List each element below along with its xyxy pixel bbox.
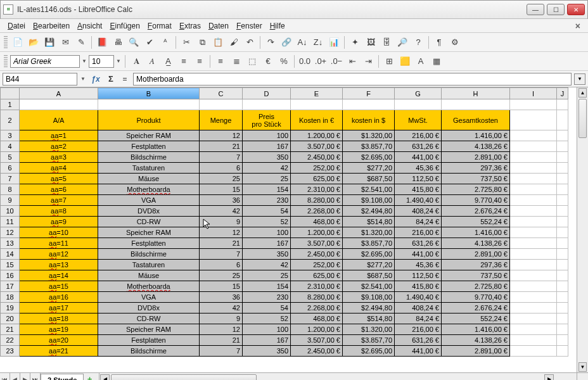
- cell[interactable]: 1.200,00 €: [291, 324, 343, 335]
- print-preview-icon[interactable]: 🔍: [126, 35, 141, 50]
- format-paint-icon[interactable]: 🖌: [226, 35, 241, 50]
- cell[interactable]: 84,24 €: [395, 217, 442, 227]
- scroll-up-icon[interactable]: ▲: [578, 88, 587, 98]
- bold-icon[interactable]: 𝐀: [129, 54, 144, 69]
- cell[interactable]: 737,50 €: [442, 174, 510, 184]
- cell[interactable]: 415,80 €: [395, 281, 442, 292]
- cell[interactable]: $9.108,00: [343, 195, 395, 206]
- cell[interactable]: 252,00 €: [291, 260, 343, 270]
- cell[interactable]: 167: [243, 238, 291, 249]
- tab-prev-icon[interactable]: ◀: [10, 373, 20, 380]
- cell[interactable]: 21: [200, 335, 243, 346]
- cell[interactable]: aa=20: [20, 335, 98, 346]
- cell[interactable]: $687,50: [343, 174, 395, 184]
- cell[interactable]: 6: [200, 260, 243, 270]
- zoom-icon[interactable]: 🔎: [395, 35, 410, 50]
- maximize-button[interactable]: ☐: [547, 4, 565, 15]
- toolbar-grip[interactable]: [4, 55, 8, 68]
- cell[interactable]: [557, 227, 568, 238]
- cell[interactable]: $277,20: [343, 163, 395, 174]
- cell[interactable]: [20, 99, 98, 110]
- cell[interactable]: 52: [243, 217, 291, 227]
- add-decimal-icon[interactable]: .0+: [313, 54, 328, 69]
- document-close-icon[interactable]: ×: [572, 21, 584, 31]
- cell[interactable]: Tastaturen: [98, 260, 200, 270]
- cell[interactable]: 1.490,40 €: [395, 195, 442, 206]
- table-header-cell[interactable]: kosten in $: [343, 110, 395, 130]
- hyperlink-icon[interactable]: 🔗: [279, 35, 294, 50]
- cell[interactable]: aa=3: [20, 152, 98, 163]
- help-icon[interactable]: ?: [411, 35, 426, 50]
- column-header-I[interactable]: I: [510, 88, 557, 99]
- cell[interactable]: $2.541,00: [343, 281, 395, 292]
- cell[interactable]: 415,80 €: [395, 184, 442, 195]
- cell[interactable]: $2.695,00: [343, 152, 395, 163]
- gallery-icon[interactable]: 🖼: [363, 35, 378, 50]
- cell[interactable]: 625,00 €: [291, 270, 343, 281]
- cell[interactable]: 252,00 €: [291, 163, 343, 174]
- cell[interactable]: 2.310,00 €: [291, 281, 343, 292]
- row-header-1[interactable]: 1: [1, 99, 20, 110]
- cell[interactable]: 2.676,24 €: [442, 303, 510, 314]
- cell[interactable]: 1.490,40 €: [395, 292, 442, 303]
- grid-icon[interactable]: ▦: [429, 54, 444, 69]
- cell[interactable]: 297,36 €: [442, 163, 510, 174]
- row-header-23[interactable]: 23: [1, 346, 20, 357]
- font-name-input[interactable]: [10, 55, 80, 68]
- mail-icon[interactable]: ✉: [58, 35, 73, 50]
- cell[interactable]: [557, 110, 568, 130]
- cell[interactable]: [557, 152, 568, 163]
- cell[interactable]: Motherboarda: [98, 184, 200, 195]
- cell[interactable]: 52: [243, 314, 291, 324]
- table-header-cell[interactable]: Preispro Stück: [243, 110, 291, 130]
- cell[interactable]: 552,24 €: [442, 217, 510, 227]
- column-header-E[interactable]: E: [291, 88, 343, 99]
- cell[interactable]: [510, 184, 557, 195]
- cell[interactable]: 15: [200, 184, 243, 195]
- cell[interactable]: 167: [243, 141, 291, 152]
- cell[interactable]: 3.507,00 €: [291, 335, 343, 346]
- cell[interactable]: 552,24 €: [442, 314, 510, 324]
- row-header-4[interactable]: 4: [1, 141, 20, 152]
- row-header-7[interactable]: 7: [1, 174, 20, 184]
- cell[interactable]: [557, 163, 568, 174]
- cell[interactable]: 36: [200, 195, 243, 206]
- cell[interactable]: 84,24 €: [395, 314, 442, 324]
- scroll-thumb[interactable]: [578, 99, 587, 138]
- cell[interactable]: 42: [243, 163, 291, 174]
- sort-asc-icon[interactable]: A↓: [295, 35, 310, 50]
- cell[interactable]: [291, 99, 343, 110]
- cell[interactable]: 2.725,80 €: [442, 281, 510, 292]
- bg-color-icon[interactable]: 🟨: [397, 54, 412, 69]
- cell[interactable]: 12: [200, 227, 243, 238]
- cell[interactable]: 468,00 €: [291, 217, 343, 227]
- cell[interactable]: 408,24 €: [395, 303, 442, 314]
- cell[interactable]: Festplatten: [98, 335, 200, 346]
- cell[interactable]: 2.725,80 €: [442, 184, 510, 195]
- cell[interactable]: 2.676,24 €: [442, 206, 510, 217]
- redo-icon[interactable]: ↷: [263, 35, 278, 50]
- cell-reference-input[interactable]: [3, 73, 77, 86]
- cell[interactable]: [557, 314, 568, 324]
- cell[interactable]: 8.280,00 €: [291, 195, 343, 206]
- cell[interactable]: 25: [200, 174, 243, 184]
- cell[interactable]: 9.770,40 €: [442, 195, 510, 206]
- cell[interactable]: [557, 270, 568, 281]
- function-wizard-icon[interactable]: ƒx: [89, 75, 103, 84]
- cut-icon[interactable]: ✂: [179, 35, 194, 50]
- cell[interactable]: 9.770,40 €: [442, 292, 510, 303]
- cell[interactable]: [557, 130, 568, 141]
- toolbar-grip[interactable]: [4, 36, 8, 49]
- styles-icon[interactable]: ¶: [431, 35, 447, 50]
- cell[interactable]: $1.320,00: [343, 130, 395, 141]
- spell-icon[interactable]: ✔: [142, 35, 157, 50]
- row-header-10[interactable]: 10: [1, 206, 20, 217]
- autospell-icon[interactable]: ᴬ: [158, 35, 173, 50]
- align-left-icon[interactable]: ≡: [176, 54, 191, 69]
- cell[interactable]: 9: [200, 314, 243, 324]
- cell[interactable]: 350: [243, 249, 291, 260]
- cell[interactable]: 408,24 €: [395, 206, 442, 217]
- cell[interactable]: Festplatten: [98, 141, 200, 152]
- column-header-B[interactable]: B: [98, 88, 200, 99]
- table-header-cell[interactable]: Produkt: [98, 110, 200, 130]
